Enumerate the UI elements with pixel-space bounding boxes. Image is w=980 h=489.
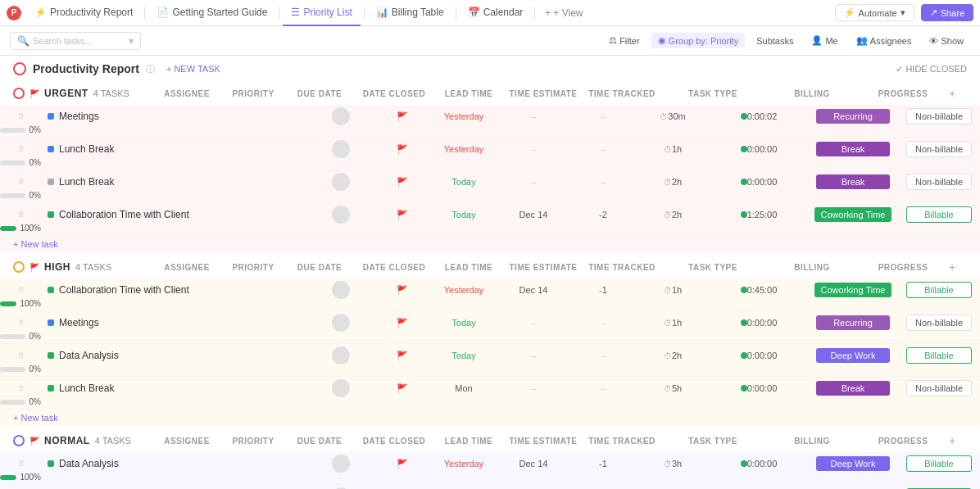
search-box[interactable]: 🔍 Search tasks... ▾ — [10, 32, 141, 50]
tab-calendar[interactable]: 📅 Calendar — [460, 0, 532, 26]
drag-handle[interactable]: ⠿ — [0, 319, 41, 328]
drag-handle[interactable]: ⠿ — [0, 211, 41, 220]
info-icon[interactable]: ⓘ — [146, 63, 155, 75]
col-progress-n: PROGRESS — [862, 437, 944, 446]
drag-handle[interactable]: ⠿ — [0, 112, 41, 121]
task-type-cell: Recurring — [808, 109, 898, 124]
drag-handle[interactable]: ⠿ — [0, 351, 41, 360]
billing-badge: Non-billable — [906, 108, 972, 125]
col-billing-h: BILLING — [767, 263, 857, 272]
lead-time-cell: -1 — [570, 285, 636, 295]
task-name[interactable]: Lunch Break — [59, 176, 114, 188]
time-tracked-cell: 0:45:00 — [710, 285, 808, 295]
progress-fill — [0, 226, 16, 231]
high-new-task[interactable]: + New task — [0, 410, 980, 426]
show-button[interactable]: 👁 Show — [923, 34, 970, 48]
progress-cell: 100% — [0, 224, 41, 233]
tab-productivity[interactable]: ⚡ Productivity Report — [26, 0, 141, 26]
due-date-cell: Yesterday — [431, 144, 497, 154]
col-dateclosed-u: DATE CLOSED — [357, 89, 431, 98]
progress-bar — [0, 475, 16, 480]
group-by-button[interactable]: ◉ Group by: Priority — [651, 33, 746, 48]
task-name[interactable]: Lunch Break — [59, 143, 114, 155]
col-lead-n: LEAD TIME — [436, 437, 501, 446]
col-priority-n: PRIORITY — [225, 437, 282, 446]
table-row: ⠿ Meetings 🚩 Yesterday – – ⏱ 30m 0:00:02… — [0, 105, 980, 138]
assignee-cell — [308, 140, 374, 158]
progress-pct: 0% — [29, 332, 41, 341]
task-color-dot — [48, 385, 54, 392]
tab-getting-started[interactable]: 📄 Getting Started Guide — [148, 0, 275, 26]
billing-badge: Billable — [906, 347, 972, 364]
date-closed-cell: – — [497, 111, 570, 121]
high-circle — [13, 261, 25, 273]
col-tracked-u: TIME TRACKED — [585, 89, 659, 98]
col-tracked-n: TIME TRACKED — [585, 437, 659, 446]
share-button[interactable]: ↗ Share — [921, 4, 973, 21]
progress-bar — [0, 334, 25, 339]
tab-billing-table[interactable]: 📊 Billing Table — [368, 0, 452, 26]
high-count: 4 TASKS — [75, 262, 111, 272]
progress-pct: 0% — [29, 397, 41, 406]
progress-pct: 100% — [20, 473, 41, 482]
time-dot — [741, 113, 747, 120]
task-name[interactable]: Data Analysis — [59, 350, 119, 361]
task-type-cell: Coworking Time — [808, 207, 898, 222]
lead-time-cell: -2 — [570, 210, 636, 220]
task-name-cell: Lunch Break — [41, 143, 308, 155]
section-add-h[interactable]: + — [949, 260, 967, 274]
calendar-icon: 📅 — [468, 7, 480, 18]
progress-bar — [0, 161, 25, 165]
automate-button[interactable]: ⚡ Automate ▾ — [835, 4, 914, 21]
drag-handle[interactable]: ⠿ — [0, 286, 41, 295]
app-logo: P — [7, 6, 21, 20]
progress-cell: 0% — [0, 191, 41, 200]
urgent-new-task[interactable]: + New task — [0, 236, 980, 252]
task-name-cell: Collaboration Time with Client — [41, 284, 308, 296]
date-closed-cell: Dec 14 — [497, 459, 570, 469]
task-name[interactable]: Meetings — [59, 111, 99, 122]
col-lead-h: LEAD TIME — [436, 263, 501, 272]
tab-priority-list[interactable]: ☰ Priority List — [283, 0, 360, 26]
task-name[interactable]: Collaboration Time with Client — [59, 209, 189, 220]
task-name[interactable]: Data Analysis — [59, 458, 119, 469]
drag-handle[interactable]: ⠿ — [0, 178, 41, 187]
filter-button[interactable]: ⚖ Filter — [602, 33, 646, 48]
task-name[interactable]: Lunch Break — [59, 383, 114, 394]
priority-list-icon: ☰ — [291, 7, 300, 18]
progress-cell: 0% — [0, 332, 41, 341]
col-estimate-h: TIME ESTIMATE — [506, 263, 580, 272]
section-add-u[interactable]: + — [949, 87, 967, 100]
task-name[interactable]: Meetings — [59, 317, 99, 328]
task-type-badge: Break — [816, 142, 890, 156]
task-type-badge: Recurring — [816, 315, 890, 330]
time-estimate-cell: ⏱ 5h — [636, 383, 710, 393]
subtasks-button[interactable]: Subtasks — [750, 34, 800, 48]
time-estimate-cell: ⏱ 30m — [636, 111, 710, 121]
task-name-cell: Data Analysis — [41, 350, 308, 361]
drag-handle[interactable]: ⠿ — [0, 384, 41, 393]
drag-handle[interactable]: ⠿ — [0, 145, 41, 154]
lead-time-cell: – — [570, 111, 636, 121]
priority-cell: 🚩 — [374, 318, 431, 328]
assignee-cell — [308, 173, 374, 191]
drag-handle[interactable]: ⠿ — [0, 460, 41, 469]
add-view-button[interactable]: + + View — [538, 7, 589, 19]
me-button[interactable]: 👤 Me — [805, 33, 844, 48]
task-type-badge: Break — [816, 174, 890, 189]
normal-flag-icon: 🚩 — [29, 437, 39, 446]
tab-divider-3 — [364, 7, 365, 20]
billing-badge: Non-billable — [906, 380, 972, 396]
hide-closed-button[interactable]: ✓ HIDE CLOSED — [896, 64, 967, 75]
task-name-cell: Meetings — [41, 317, 308, 328]
time-tracked-cell: 0:00:00 — [710, 144, 808, 154]
date-closed-cell: – — [497, 318, 570, 328]
task-name[interactable]: Collaboration Time with Client — [59, 284, 189, 296]
new-task-button[interactable]: + NEW TASK — [161, 62, 225, 75]
normal-title: NORMAL — [44, 435, 90, 446]
col-progress-u: PROGRESS — [862, 89, 944, 98]
task-color-dot — [48, 211, 54, 218]
section-add-n[interactable]: + — [949, 434, 967, 447]
assignees-button[interactable]: 👥 Assignees — [850, 33, 919, 48]
time-tracked-cell: 0:00:02 — [710, 111, 808, 121]
